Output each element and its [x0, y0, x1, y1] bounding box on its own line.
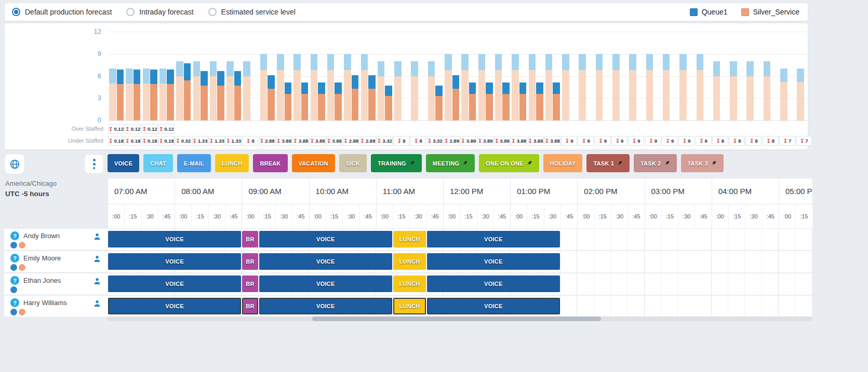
- under-staffed-cell-arrow-icon: ↧: [343, 139, 348, 144]
- schedule-segment-voice[interactable]: VOICE: [427, 275, 560, 292]
- under-staffed-cell: ↧9: [662, 136, 678, 146]
- activity-button-training[interactable]: TRAINING: [371, 154, 422, 172]
- agent-person-icon[interactable]: [93, 255, 101, 265]
- activity-button-vacation[interactable]: VACATION: [292, 154, 335, 172]
- schedule-segment-voice[interactable]: VOICE: [108, 253, 241, 270]
- agent-person-icon[interactable]: [93, 299, 101, 310]
- bar-silver-scheduled: [452, 89, 460, 120]
- schedule-segment-voice[interactable]: VOICE: [108, 298, 241, 314]
- activity-button-holiday[interactable]: HOLIDAY: [543, 154, 583, 172]
- under-staffed-cell-arrow-icon: ↧: [109, 139, 113, 144]
- activity-button-chat[interactable]: CHAT: [143, 154, 173, 172]
- horizontal-scrollbar[interactable]: [108, 316, 812, 321]
- timeline-header: 07:00 AM08:00 AM09:00 AM10:00 AM11:00 AM…: [108, 178, 813, 229]
- schedule-segment-br[interactable]: BR: [242, 298, 258, 314]
- under-staffed-cell-value: 3.88: [299, 138, 309, 144]
- bar-queue1-scheduled: [150, 70, 157, 85]
- radio-default-production-forecast[interactable]: Default production forecast: [12, 8, 112, 16]
- help-question-icon[interactable]: ?: [10, 254, 19, 263]
- schedule-segment-br[interactable]: BR: [242, 231, 258, 247]
- schedule-segment-lunch[interactable]: LUNCH: [393, 253, 426, 270]
- legend-item-queue1[interactable]: Queue1: [690, 8, 728, 16]
- bar-queue1-forecast: [746, 61, 754, 76]
- activity-button-task-1[interactable]: TASK 1: [586, 154, 630, 172]
- activity-button-task-2[interactable]: TASK 2: [634, 154, 677, 172]
- agent-row-ethan-jones: ?Ethan JonesVOICEBRVOICELUNCHVOICE: [4, 273, 812, 295]
- agent-info-cell[interactable]: ?Ethan Jones: [4, 273, 108, 295]
- help-question-icon[interactable]: ?: [10, 276, 19, 285]
- pin-icon: [664, 160, 670, 166]
- activity-button-one-on-one[interactable]: ONE ON ONE: [479, 154, 539, 172]
- agent-person-icon[interactable]: [93, 232, 101, 243]
- quarter-header-cell: :45: [359, 204, 376, 228]
- radio-circle-icon: [126, 8, 135, 16]
- help-question-icon[interactable]: ?: [10, 298, 19, 307]
- schedule-segment-lunch[interactable]: LUNCH: [393, 298, 426, 314]
- bar-silver-forecast: [663, 70, 670, 120]
- activity-button-task-3[interactable]: TASK 3: [681, 154, 724, 172]
- vertical-dots-icon: [93, 159, 96, 169]
- quarter-header-cell: :00: [779, 204, 796, 228]
- agent-info-cell[interactable]: ?Andy Brown: [4, 229, 108, 250]
- under-staffed-cell-arrow-icon: ↧: [699, 139, 703, 144]
- bar-silver-scheduled: [352, 89, 359, 120]
- activity-button-e-mail[interactable]: E-MAIL: [177, 154, 211, 172]
- radio-intraday-forecast[interactable]: Intraday forecast: [126, 8, 193, 16]
- radio-estimated-service-level[interactable]: Estimated service level: [208, 8, 296, 16]
- agent-info-cell[interactable]: ?Emily Moore: [4, 251, 108, 272]
- activity-button-meeting[interactable]: MEETING: [426, 154, 475, 172]
- under-staffed-cell: ↧8: [410, 136, 426, 146]
- bar-queue1-scheduled: [335, 82, 342, 93]
- legend-swatch-icon: [690, 8, 698, 16]
- radio-dot: [14, 10, 18, 14]
- under-staffed-cell-value: 8: [419, 138, 422, 144]
- schedule-segment-voice[interactable]: VOICE: [259, 253, 392, 270]
- hour-header-02-00-pm: 02:00 PM: [578, 178, 645, 204]
- globe-icon: [9, 159, 20, 170]
- bar-silver-forecast: [243, 76, 250, 121]
- schedule-segment-lunch[interactable]: LUNCH: [393, 231, 426, 247]
- quarter-header-cell: :00: [444, 204, 460, 228]
- hour-header-12-00-pm: 12:00 PM: [444, 178, 511, 204]
- under-staffed-cell-value: 1.33: [215, 138, 224, 144]
- bar-queue1-scheduled: [184, 63, 191, 80]
- schedule-segment-voice[interactable]: VOICE: [108, 231, 241, 247]
- schedule-segment-br[interactable]: BR: [242, 275, 258, 292]
- schedule-segment-br[interactable]: BR: [242, 253, 258, 270]
- timezone-globe-button[interactable]: [4, 154, 25, 174]
- schedule-segment-voice[interactable]: VOICE: [427, 253, 560, 270]
- schedule-segment-voice[interactable]: VOICE: [259, 298, 392, 314]
- activity-menu-button[interactable]: [84, 154, 104, 174]
- bar-silver-forecast: [159, 84, 167, 120]
- pin-icon: [711, 160, 717, 166]
- schedule-segment-lunch[interactable]: LUNCH: [393, 275, 426, 292]
- help-question-icon[interactable]: ?: [10, 231, 19, 240]
- schedule-segment-voice[interactable]: VOICE: [259, 231, 392, 247]
- scrollbar-thumb[interactable]: [312, 316, 601, 321]
- legend-item-silver-service[interactable]: Silver_Service: [741, 8, 799, 16]
- bar-queue1-scheduled: [133, 70, 141, 85]
- activity-button-label: VOICE: [114, 160, 132, 167]
- bar-queue1-forecast: [478, 54, 486, 70]
- under-staffed-cell-arrow-icon: ↧: [511, 139, 515, 144]
- under-staffed-cell: ↧3.32: [377, 136, 393, 146]
- activity-button-break[interactable]: BREAK: [253, 154, 287, 172]
- hour-header-09-00-am: 09:00 AM: [242, 178, 309, 204]
- under-staffed-cell-value: 9: [570, 138, 573, 144]
- agent-person-icon[interactable]: [93, 277, 101, 287]
- schedule-segment-voice[interactable]: VOICE: [259, 275, 392, 292]
- bar-queue1-forecast: [243, 61, 250, 76]
- bar-queue1-forecast: [764, 61, 771, 76]
- schedule-segment-voice[interactable]: VOICE: [427, 231, 560, 247]
- bar-silver-forecast: [512, 70, 519, 120]
- bar-silver-forecast: [311, 70, 318, 120]
- activity-button-lunch[interactable]: LUNCH: [215, 154, 249, 172]
- under-staffed-cell-value: 9: [587, 138, 590, 144]
- bar-queue1-scheduled: [553, 82, 560, 93]
- schedule-segment-voice[interactable]: VOICE: [108, 275, 241, 292]
- activity-button-voice[interactable]: VOICE: [108, 154, 139, 172]
- schedule-segment-voice[interactable]: VOICE: [427, 298, 560, 314]
- activity-button-sick[interactable]: SICK: [339, 154, 367, 172]
- under-staffed-cell-value: 8: [251, 138, 254, 144]
- agent-info-cell[interactable]: ?Harry Williams: [4, 296, 108, 317]
